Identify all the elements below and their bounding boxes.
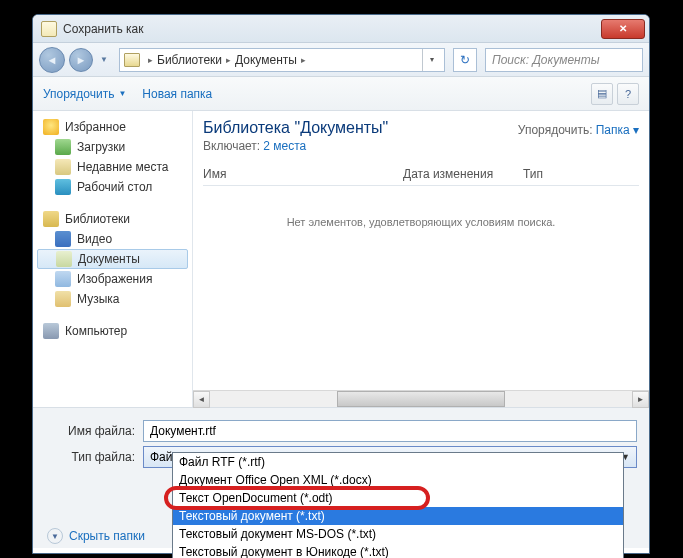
folder-icon xyxy=(124,53,140,67)
dropdown-option[interactable]: Текстовый документ MS-DOS (*.txt) xyxy=(173,525,623,543)
sidebar-item-videos[interactable]: Видео xyxy=(33,229,192,249)
expand-chevron-icon[interactable]: ▼ xyxy=(47,528,63,544)
search-placeholder: Поиск: Документы xyxy=(492,53,600,67)
sidebar-item-music[interactable]: Музыка xyxy=(33,289,192,309)
dropdown-option[interactable]: Документ Office Open XML (*.docx) xyxy=(173,471,623,489)
view-options-button[interactable]: ▤ xyxy=(591,83,613,105)
library-icon xyxy=(43,211,59,227)
window-title: Сохранить как xyxy=(63,22,601,36)
nav-bar: ◄ ► ▼ ▸ Библиотеки ▸ Документы ▸ ▾ ↻ Пои… xyxy=(33,43,649,77)
filename-label: Имя файла: xyxy=(45,424,135,438)
library-subheading: Включает: 2 места xyxy=(203,139,639,153)
toolbar: Упорядочить ▼ Новая папка ▤ ? xyxy=(33,77,649,111)
chevron-right-icon: ▸ xyxy=(226,55,231,65)
arrange-by: Упорядочить: Папка ▾ xyxy=(518,123,639,137)
nav-history-chevron[interactable]: ▼ xyxy=(97,49,111,71)
sidebar-item-documents[interactable]: Документы xyxy=(37,249,188,269)
sidebar-favorites-header[interactable]: Избранное xyxy=(33,117,192,137)
scroll-thumb[interactable] xyxy=(337,391,506,407)
scroll-right-button[interactable]: ► xyxy=(632,391,649,408)
breadcrumb-dropdown[interactable]: ▾ xyxy=(422,49,440,71)
col-name[interactable]: Имя xyxy=(203,167,403,181)
breadcrumb[interactable]: ▸ Библиотеки ▸ Документы ▸ ▾ xyxy=(119,48,445,72)
dropdown-option[interactable]: Файл RTF (*.rtf) xyxy=(173,453,623,471)
breadcrumb-root[interactable]: Библиотеки xyxy=(157,53,222,67)
col-type[interactable]: Тип xyxy=(523,167,563,181)
dropdown-option[interactable]: Текстовый документ в Юникоде (*.txt) xyxy=(173,543,623,558)
filetype-label: Тип файла: xyxy=(45,450,135,464)
scroll-left-button[interactable]: ◄ xyxy=(193,391,210,408)
breadcrumb-current[interactable]: Документы xyxy=(235,53,297,67)
scroll-track[interactable] xyxy=(210,391,632,407)
chevron-right-icon: ▸ xyxy=(148,55,153,65)
help-button[interactable]: ? xyxy=(617,83,639,105)
dialog-body: Избранное Загрузки Недавние места Рабочи… xyxy=(33,111,649,407)
horizontal-scrollbar[interactable]: ◄ ► xyxy=(193,390,649,407)
sidebar-item-downloads[interactable]: Загрузки xyxy=(33,137,192,157)
app-icon xyxy=(41,21,57,37)
sidebar-item-recent[interactable]: Недавние места xyxy=(33,157,192,177)
download-icon xyxy=(55,139,71,155)
video-icon xyxy=(55,231,71,247)
sidebar-item-desktop[interactable]: Рабочий стол xyxy=(33,177,192,197)
hide-folders-link[interactable]: Скрыть папки xyxy=(69,529,145,543)
music-icon xyxy=(55,291,71,307)
sidebar-libraries-header[interactable]: Библиотеки xyxy=(33,209,192,229)
star-icon xyxy=(43,119,59,135)
column-headers: Имя Дата изменения Тип xyxy=(203,163,639,186)
locations-link[interactable]: 2 места xyxy=(263,139,306,153)
back-button[interactable]: ◄ xyxy=(39,47,65,73)
desktop-icon xyxy=(55,179,71,195)
titlebar: Сохранить как ✕ xyxy=(33,15,649,43)
computer-icon xyxy=(43,323,59,339)
refresh-button[interactable]: ↻ xyxy=(453,48,477,72)
new-folder-button[interactable]: Новая папка xyxy=(142,87,212,101)
search-input[interactable]: Поиск: Документы xyxy=(485,48,643,72)
sidebar: Избранное Загрузки Недавние места Рабочи… xyxy=(33,111,193,407)
sidebar-item-pictures[interactable]: Изображения xyxy=(33,269,192,289)
close-button[interactable]: ✕ xyxy=(601,19,645,39)
sidebar-item-computer[interactable]: Компьютер xyxy=(33,321,192,341)
filename-input[interactable]: Документ.rtf xyxy=(143,420,637,442)
arrange-by-value[interactable]: Папка ▾ xyxy=(596,123,639,137)
dropdown-option[interactable]: Текстовый документ (*.txt) xyxy=(173,507,623,525)
image-icon xyxy=(55,271,71,287)
forward-button[interactable]: ► xyxy=(69,48,93,72)
document-icon xyxy=(56,251,72,267)
col-date[interactable]: Дата изменения xyxy=(403,167,523,181)
dropdown-option[interactable]: Текст OpenDocument (*.odt) xyxy=(173,489,623,507)
content-pane: Библиотека "Документы" Включает: 2 места… xyxy=(193,111,649,407)
chevron-down-icon: ▼ xyxy=(118,89,126,98)
empty-message: Нет элементов, удовлетворяющих условиям … xyxy=(203,216,639,228)
chevron-right-icon: ▸ xyxy=(301,55,306,65)
organize-menu[interactable]: Упорядочить ▼ xyxy=(43,87,126,101)
recent-icon xyxy=(55,159,71,175)
filetype-dropdown[interactable]: Файл RTF (*.rtf)Документ Office Open XML… xyxy=(172,452,624,558)
